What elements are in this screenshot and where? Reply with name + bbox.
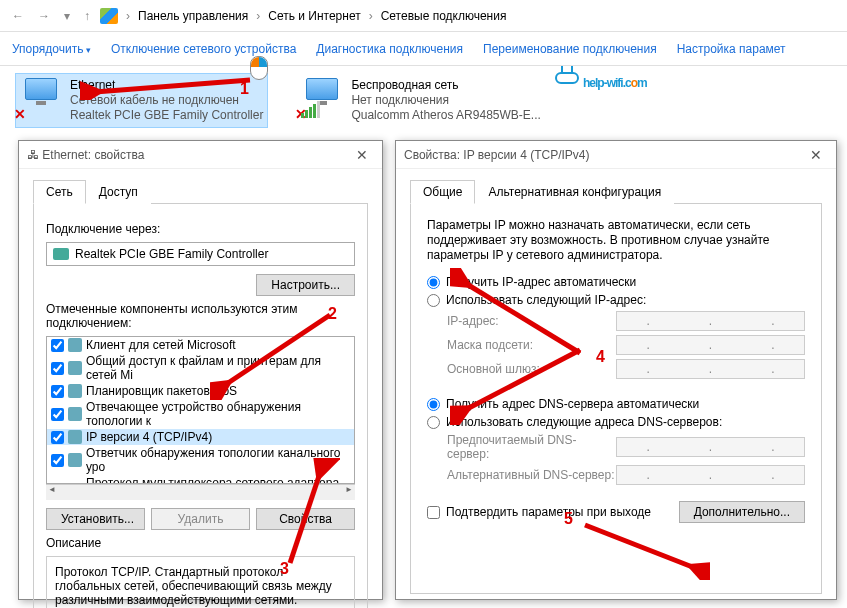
toolbar: Упорядочить Отключение сетевого устройст… bbox=[0, 32, 847, 66]
ip-auto-label: Получить IP-адрес автоматически bbox=[446, 275, 636, 289]
ip-address-label: IP-адрес: bbox=[447, 314, 616, 328]
dialog-titlebar[interactable]: Свойства: IP версии 4 (TCP/IPv4) ✕ bbox=[396, 141, 836, 169]
ip-manual-radio[interactable] bbox=[427, 294, 440, 307]
checkbox[interactable] bbox=[51, 339, 64, 352]
ethernet-properties-dialog: 🖧 Ethernet: свойства ✕ Сеть Доступ Подкл… bbox=[18, 140, 383, 600]
conn-device: Qualcomm Atheros AR9485WB-E... bbox=[351, 108, 540, 123]
dns1-field: ... bbox=[616, 437, 805, 457]
chevron-right-icon: › bbox=[367, 9, 375, 23]
list-item[interactable]: Ответчик обнаружения топологии канальног… bbox=[47, 445, 354, 475]
checkbox[interactable] bbox=[51, 454, 64, 467]
tab-general[interactable]: Общие bbox=[410, 180, 475, 204]
chevron-right-icon: › bbox=[124, 9, 132, 23]
dns2-label: Альтернативный DNS-сервер: bbox=[447, 468, 616, 482]
list-item[interactable]: Отвечающее устройство обнаружения тополо… bbox=[47, 399, 354, 429]
tab-alternate[interactable]: Альтернативная конфигурация bbox=[475, 180, 674, 204]
list-item-ipv4[interactable]: IP версии 4 (TCP/IPv4) bbox=[47, 429, 354, 445]
disconnected-icon: ✕ bbox=[14, 106, 28, 120]
components-list[interactable]: Клиент для сетей Microsoft Общий доступ … bbox=[46, 336, 355, 484]
tab-access[interactable]: Доступ bbox=[86, 180, 151, 204]
breadcrumb-bar: ← → ▾ ↑ › Панель управления › Сеть и Инт… bbox=[0, 0, 847, 32]
checkbox[interactable] bbox=[51, 385, 64, 398]
diagnose[interactable]: Диагностика подключения bbox=[316, 42, 463, 56]
conn-name: Беспроводная сеть bbox=[351, 78, 540, 93]
ip-address-field: ... bbox=[616, 311, 805, 331]
breadcrumb-l2[interactable]: Сетевые подключения bbox=[381, 9, 507, 23]
connection-wireless[interactable]: ✕ Беспроводная сеть Нет подключения Qual… bbox=[297, 74, 544, 127]
dns2-field: ... bbox=[616, 465, 805, 485]
adapter-field[interactable]: Realtek PCIe GBE Family Controller bbox=[46, 242, 355, 266]
list-item[interactable]: Планировщик пакетов QoS bbox=[47, 383, 354, 399]
advanced-button[interactable]: Дополнительно... bbox=[679, 501, 805, 523]
disable-device[interactable]: Отключение сетевого устройства bbox=[111, 42, 296, 56]
ipv4-properties-dialog: Свойства: IP версии 4 (TCP/IPv4) ✕ Общие… bbox=[395, 140, 837, 600]
annotation-number: 1 bbox=[240, 80, 249, 98]
nav-up2-icon[interactable]: ↑ bbox=[80, 9, 94, 23]
conn-device: Realtek PCIe GBE Family Controller bbox=[70, 108, 263, 123]
subnet-mask-field: ... bbox=[616, 335, 805, 355]
list-item[interactable]: Клиент для сетей Microsoft bbox=[47, 337, 354, 353]
gateway-field: ... bbox=[616, 359, 805, 379]
ethernet-icon: ✕ bbox=[20, 78, 62, 118]
properties-button[interactable]: Свойства bbox=[256, 508, 355, 530]
component-icon bbox=[68, 361, 82, 375]
nav-up-icon[interactable]: ▾ bbox=[60, 9, 74, 23]
nic-icon bbox=[53, 248, 69, 260]
tab-panel: Параметры IP можно назначать автоматичес… bbox=[410, 204, 822, 594]
annotation-number: 2 bbox=[328, 305, 337, 323]
annotation-number: 3 bbox=[280, 560, 289, 578]
gateway-label: Основной шлюз: bbox=[447, 362, 616, 376]
confirm-on-exit-label: Подтвердить параметры при выходе bbox=[446, 505, 651, 519]
connection-ethernet[interactable]: ✕ Ethernet Сетевой кабель не подключен R… bbox=[16, 74, 267, 127]
description-label: Описание bbox=[46, 536, 355, 550]
shield-icon: 🖧 bbox=[27, 148, 39, 162]
list-item[interactable]: Общий доступ к файлам и принтерам для се… bbox=[47, 353, 354, 383]
conn-name: Ethernet bbox=[70, 78, 263, 93]
tabs: Сеть Доступ bbox=[33, 179, 368, 204]
ip-auto-radio[interactable] bbox=[427, 276, 440, 289]
ip-manual-label: Использовать следующий IP-адрес: bbox=[446, 293, 646, 307]
tab-panel: Подключение через: Realtek PCIe GBE Fami… bbox=[33, 204, 368, 608]
checkbox[interactable] bbox=[51, 362, 64, 375]
control-panel-icon bbox=[100, 8, 118, 24]
dialog-title: Свойства: IP версии 4 (TCP/IPv4) bbox=[404, 148, 590, 162]
dns-auto-label: Получить адрес DNS-сервера автоматически bbox=[446, 397, 699, 411]
component-icon bbox=[68, 430, 82, 444]
breadcrumb-root[interactable]: Панель управления bbox=[138, 9, 248, 23]
dialog-title: Ethernet: свойства bbox=[42, 148, 144, 162]
description-text: Протокол TCP/IP. Стандартный протокол гл… bbox=[46, 556, 355, 608]
nav-back-icon[interactable]: ← bbox=[8, 9, 28, 23]
close-icon[interactable]: ✕ bbox=[804, 147, 828, 163]
settings[interactable]: Настройка парамет bbox=[677, 42, 786, 56]
dns1-label: Предпочитаемый DNS-сервер: bbox=[447, 433, 616, 461]
breadcrumb-l1[interactable]: Сеть и Интернет bbox=[268, 9, 360, 23]
component-icon bbox=[68, 338, 82, 352]
scrollbar-horizontal[interactable] bbox=[46, 484, 355, 500]
tab-network[interactable]: Сеть bbox=[33, 180, 86, 204]
organize-menu[interactable]: Упорядочить bbox=[12, 42, 91, 56]
conn-status: Сетевой кабель не подключен bbox=[70, 93, 263, 108]
close-icon[interactable]: ✕ bbox=[350, 147, 374, 163]
components-label: Отмеченные компоненты используются этим … bbox=[46, 302, 355, 330]
connections-panel: ✕ Ethernet Сетевой кабель не подключен R… bbox=[0, 66, 847, 135]
checkbox[interactable] bbox=[51, 408, 64, 421]
wifi-icon: ✕ bbox=[301, 78, 343, 118]
subnet-mask-label: Маска подсети: bbox=[447, 338, 616, 352]
annotation-number: 5 bbox=[564, 510, 573, 528]
nav-fwd-icon[interactable]: → bbox=[34, 9, 54, 23]
list-item[interactable]: Протокол мультиплексора сетевого адаптер… bbox=[47, 475, 354, 484]
checkbox[interactable] bbox=[51, 431, 64, 444]
confirm-on-exit-checkbox[interactable] bbox=[427, 506, 440, 519]
dns-manual-label: Использовать следующие адреса DNS-сервер… bbox=[446, 415, 722, 429]
install-button[interactable]: Установить... bbox=[46, 508, 145, 530]
conn-status: Нет подключения bbox=[351, 93, 540, 108]
dialog-titlebar[interactable]: 🖧 Ethernet: свойства ✕ bbox=[19, 141, 382, 169]
dns-auto-radio[interactable] bbox=[427, 398, 440, 411]
configure-button[interactable]: Настроить... bbox=[256, 274, 355, 296]
rename[interactable]: Переименование подключения bbox=[483, 42, 657, 56]
chevron-right-icon: › bbox=[254, 9, 262, 23]
dns-manual-radio[interactable] bbox=[427, 416, 440, 429]
annotation-number: 4 bbox=[596, 348, 605, 366]
component-icon bbox=[68, 407, 82, 421]
component-icon bbox=[68, 453, 82, 467]
